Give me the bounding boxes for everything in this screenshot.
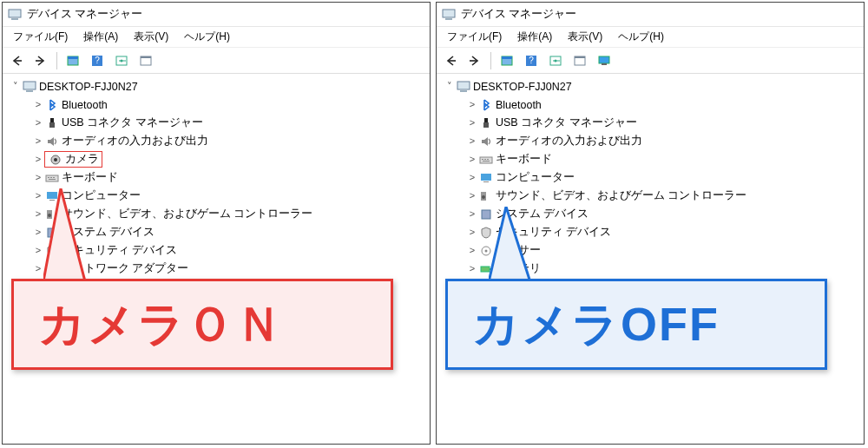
tree-root[interactable]: DESKTOP-FJJ0N27 bbox=[438, 77, 862, 96]
tree-item-camera[interactable]: カメラ bbox=[4, 150, 428, 168]
menu-help[interactable]: ヘルプ(H) bbox=[611, 28, 671, 46]
show-hide-pane-button[interactable] bbox=[62, 51, 83, 70]
help-button[interactable] bbox=[87, 51, 108, 70]
forward-button[interactable] bbox=[30, 51, 51, 70]
caret-icon[interactable] bbox=[466, 191, 478, 201]
callout-tail-icon bbox=[43, 188, 95, 284]
menu-help[interactable]: ヘルプ(H) bbox=[177, 28, 237, 46]
tree-item-keyboard[interactable]: キーボード bbox=[4, 168, 428, 187]
menu-action[interactable]: 操作(A) bbox=[76, 28, 125, 46]
caret-icon[interactable] bbox=[32, 173, 44, 183]
callout-text: カメラＯＮ bbox=[38, 298, 284, 350]
tree-item-bluetooth[interactable]: Bluetooth bbox=[4, 96, 428, 114]
bluetooth-icon bbox=[44, 98, 60, 112]
menu-view[interactable]: 表示(V) bbox=[561, 28, 609, 46]
tree-item-label: USB コネクタ マネージャー bbox=[62, 115, 203, 130]
help-button[interactable] bbox=[521, 51, 542, 70]
back-button[interactable] bbox=[440, 51, 461, 70]
show-hide-pane-button[interactable] bbox=[496, 51, 517, 70]
caret-icon[interactable] bbox=[444, 81, 456, 92]
caret-icon[interactable] bbox=[32, 118, 44, 128]
tree-item-label: Bluetooth bbox=[62, 99, 108, 111]
tree-root[interactable]: DESKTOP-FJJ0N27 bbox=[4, 77, 428, 96]
monitor-button[interactable] bbox=[594, 51, 615, 70]
highlighted-item: カメラ bbox=[44, 151, 102, 168]
caret-icon[interactable] bbox=[466, 155, 478, 165]
tree-item-speaker[interactable]: オーディオの入力および出力 bbox=[438, 132, 862, 150]
toolbar-separator bbox=[490, 52, 491, 69]
camera-icon bbox=[48, 153, 63, 167]
speaker-icon bbox=[478, 135, 494, 148]
svg-marker-36 bbox=[43, 188, 85, 281]
tree-item-keyboard[interactable]: キーボード bbox=[438, 150, 862, 168]
tree-item-label: USB コネクタ マネージャー bbox=[496, 115, 637, 130]
root-label: DESKTOP-FJJ0N27 bbox=[473, 81, 572, 93]
caret-icon[interactable] bbox=[466, 118, 478, 128]
tree-item-label: カメラ bbox=[65, 152, 99, 167]
caret-icon[interactable] bbox=[32, 100, 44, 110]
window-button[interactable] bbox=[135, 51, 156, 70]
caret-icon[interactable] bbox=[32, 209, 44, 220]
caret-icon[interactable] bbox=[32, 227, 44, 238]
tree-item-usb[interactable]: USB コネクタ マネージャー bbox=[4, 114, 428, 132]
menu-action[interactable]: 操作(A) bbox=[510, 28, 559, 46]
caret-icon[interactable] bbox=[32, 264, 44, 274]
computer-icon bbox=[478, 171, 494, 185]
caret-icon[interactable] bbox=[32, 191, 44, 201]
caret-icon[interactable] bbox=[466, 173, 478, 183]
caret-icon[interactable] bbox=[466, 264, 478, 274]
device-manager-icon bbox=[8, 8, 22, 22]
caret-icon[interactable] bbox=[466, 209, 478, 220]
caret-icon[interactable] bbox=[466, 136, 478, 147]
speaker-icon bbox=[44, 135, 60, 148]
forward-button[interactable] bbox=[464, 51, 485, 70]
svg-marker-37 bbox=[489, 207, 530, 282]
computer-icon bbox=[22, 80, 37, 94]
caret-icon[interactable] bbox=[10, 81, 22, 92]
window-button[interactable] bbox=[569, 51, 590, 70]
tree-item-sound[interactable]: サウンド、ビデオ、およびゲーム コントローラー bbox=[438, 187, 862, 205]
tree-item-label: コンピューター bbox=[496, 170, 575, 185]
toolbar bbox=[437, 48, 864, 74]
keyboard-icon bbox=[478, 153, 494, 167]
device-manager-window-left: デバイス マネージャー ファイル(F) 操作(A) 表示(V) ヘルプ(H) D… bbox=[2, 2, 431, 445]
tree-item-usb[interactable]: USB コネクタ マネージャー bbox=[438, 114, 862, 132]
tree-item-speaker[interactable]: オーディオの入力および出力 bbox=[4, 132, 428, 150]
callout-text: カメラOFF bbox=[472, 298, 720, 350]
menubar: ファイル(F) 操作(A) 表示(V) ヘルプ(H) bbox=[3, 27, 430, 48]
device-manager-icon bbox=[442, 8, 456, 22]
tree-item-label: オーディオの入力および出力 bbox=[62, 134, 208, 148]
caret-icon[interactable] bbox=[466, 246, 478, 256]
tree-item-label: キーボード bbox=[496, 152, 552, 167]
callout-camera-on: カメラＯＮ bbox=[11, 279, 393, 370]
usb-icon bbox=[478, 116, 494, 130]
menu-file[interactable]: ファイル(F) bbox=[440, 28, 509, 46]
callout-camera-off: カメラOFF bbox=[445, 279, 827, 370]
root-label: DESKTOP-FJJ0N27 bbox=[39, 81, 138, 93]
tree-item-bluetooth[interactable]: Bluetooth bbox=[438, 96, 862, 114]
menu-file[interactable]: ファイル(F) bbox=[6, 28, 75, 46]
tree-item-label: サウンド、ビデオ、およびゲーム コントローラー bbox=[62, 207, 312, 221]
caret-icon[interactable] bbox=[32, 136, 44, 147]
caret-icon[interactable] bbox=[466, 227, 478, 238]
properties-button[interactable] bbox=[111, 51, 132, 70]
caret-icon[interactable] bbox=[32, 246, 44, 256]
sound-icon bbox=[478, 189, 494, 203]
callout-tail-icon bbox=[489, 207, 541, 285]
properties-button[interactable] bbox=[545, 51, 566, 70]
window-title: デバイス マネージャー bbox=[27, 7, 142, 22]
titlebar: デバイス マネージャー bbox=[437, 3, 864, 27]
caret-icon[interactable] bbox=[32, 155, 44, 165]
tree-item-label: オーディオの入力および出力 bbox=[496, 134, 642, 148]
bluetooth-icon bbox=[478, 98, 494, 112]
menu-view[interactable]: 表示(V) bbox=[127, 28, 175, 46]
back-button[interactable] bbox=[6, 51, 27, 70]
tree-item-label: Bluetooth bbox=[496, 99, 542, 111]
toolbar bbox=[3, 48, 430, 74]
titlebar: デバイス マネージャー bbox=[3, 3, 430, 27]
tree-item-label: サウンド、ビデオ、およびゲーム コントローラー bbox=[496, 188, 746, 203]
tree-item-computer[interactable]: コンピューター bbox=[438, 168, 862, 187]
caret-icon[interactable] bbox=[466, 100, 478, 110]
computer-icon bbox=[456, 80, 471, 94]
menubar: ファイル(F) 操作(A) 表示(V) ヘルプ(H) bbox=[437, 27, 864, 48]
